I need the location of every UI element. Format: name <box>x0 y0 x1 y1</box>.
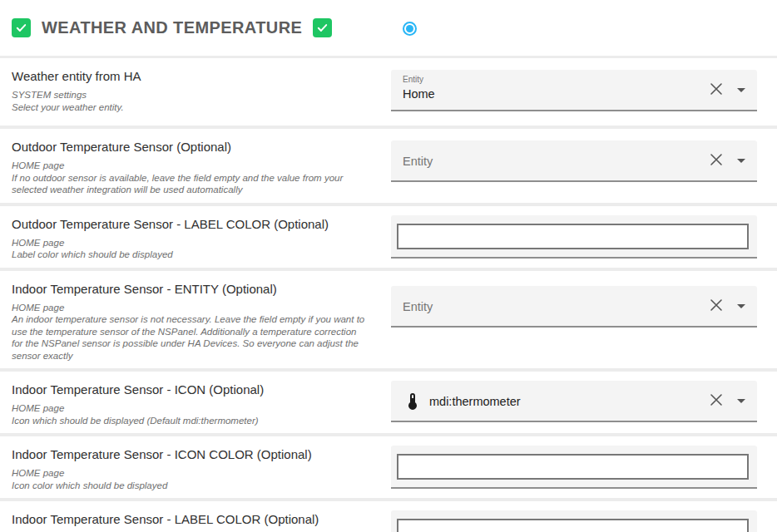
setting-subtitle: HOME page <box>12 237 368 249</box>
outdoor-label-color-input[interactable] <box>397 224 749 249</box>
clear-icon[interactable] <box>709 392 724 407</box>
setting-text: Indoor Temperature Sensor - LABEL COLOR … <box>0 501 391 532</box>
section-title: WEATHER AND TEMPERATURE <box>42 18 302 37</box>
setting-text: Outdoor Temperature Sensor (Optional) HO… <box>0 129 391 203</box>
check-icon <box>316 22 329 34</box>
setting-description: Label color which should be displayed <box>12 249 368 261</box>
setting-row: Weather entity from HA SYSTEM settings S… <box>0 58 777 126</box>
chevron-down-icon[interactable] <box>737 159 745 163</box>
config-page: WEATHER AND TEMPERATURE Weather entity f… <box>0 0 777 532</box>
setting-text: Weather entity from HA SYSTEM settings S… <box>0 58 391 126</box>
radio-dot <box>406 25 413 32</box>
setting-subtitle: HOME page <box>12 402 368 415</box>
setting-row: Outdoor Temperature Sensor - LABEL COLOR… <box>0 206 777 268</box>
outdoor-temp-entity-select[interactable]: Entity <box>391 140 757 182</box>
setting-row: Outdoor Temperature Sensor (Optional) HO… <box>0 129 777 203</box>
setting-title: Indoor Temperature Sensor - LABEL COLOR … <box>12 512 368 526</box>
input-surface <box>391 510 757 532</box>
setting-title: Indoor Temperature Sensor - ENTITY (Opti… <box>12 282 368 296</box>
setting-subtitle: HOME page <box>12 160 368 172</box>
indoor-icon-color-field <box>391 446 757 489</box>
select-value: Home <box>403 87 435 101</box>
setting-row: Indoor Temperature Sensor - ICON COLOR (… <box>0 436 777 498</box>
select-surface[interactable] <box>391 286 757 328</box>
clear-icon[interactable] <box>709 81 724 96</box>
thermometer-icon <box>403 392 423 411</box>
section-header: WEATHER AND TEMPERATURE <box>0 0 777 56</box>
clear-icon[interactable] <box>709 152 724 167</box>
indoor-icon-color-input[interactable] <box>397 454 749 480</box>
section-enabled-checkbox-right[interactable] <box>313 18 332 37</box>
outdoor-label-color-field <box>391 215 757 259</box>
setting-description: Icon which should be displayed (Default … <box>12 415 368 427</box>
chevron-down-icon[interactable] <box>737 399 745 403</box>
clear-icon[interactable] <box>709 298 724 313</box>
setting-description: Select your weather entity. <box>12 101 368 114</box>
setting-description: If no outdoor sensor is available, leave… <box>12 172 368 196</box>
select-value: mdi:thermometer <box>429 395 521 408</box>
select-placeholder: Entity <box>403 300 433 313</box>
indoor-label-color-input[interactable] <box>397 519 749 532</box>
chevron-down-icon[interactable] <box>737 304 745 308</box>
setting-title: Indoor Temperature Sensor - ICON (Option… <box>12 382 368 397</box>
indoor-label-color-field <box>391 510 757 532</box>
indoor-icon-select[interactable]: mdi:thermometer <box>391 381 757 422</box>
chevron-down-icon[interactable] <box>737 88 745 92</box>
setting-title: Indoor Temperature Sensor - ICON COLOR (… <box>12 447 368 461</box>
setting-title: Outdoor Temperature Sensor - LABEL COLOR… <box>12 217 368 231</box>
setting-text: Outdoor Temperature Sensor - LABEL COLOR… <box>0 206 391 268</box>
setting-text: Indoor Temperature Sensor - ENTITY (Opti… <box>0 271 391 369</box>
input-surface <box>391 446 757 489</box>
setting-text: Indoor Temperature Sensor - ICON (Option… <box>0 372 391 433</box>
setting-description: An indoor temperature sensor is not nece… <box>12 313 368 362</box>
setting-title: Weather entity from HA <box>12 69 368 83</box>
setting-subtitle: SYSTEM settings <box>12 89 368 101</box>
section-radio-button[interactable] <box>403 22 417 36</box>
setting-row: Indoor Temperature Sensor - LABEL COLOR … <box>0 501 777 532</box>
section-enabled-checkbox-left[interactable] <box>12 18 31 37</box>
setting-title: Outdoor Temperature Sensor (Optional) <box>12 140 368 154</box>
setting-row: Indoor Temperature Sensor - ENTITY (Opti… <box>0 271 777 369</box>
setting-text: Indoor Temperature Sensor - ICON COLOR (… <box>0 436 391 498</box>
select-placeholder: Entity <box>403 155 433 168</box>
weather-entity-select[interactable]: Entity Home <box>391 70 757 111</box>
select-surface[interactable] <box>391 70 757 111</box>
check-icon <box>15 22 27 34</box>
input-surface <box>391 215 757 259</box>
select-floating-label: Entity <box>403 75 423 84</box>
setting-subtitle: HOME page <box>12 302 368 314</box>
select-surface[interactable] <box>391 140 757 182</box>
setting-row: Indoor Temperature Sensor - ICON (Option… <box>0 372 777 433</box>
setting-description: Icon color which should be displayed <box>12 480 368 492</box>
indoor-temp-entity-select[interactable]: Entity <box>391 286 757 328</box>
setting-subtitle: HOME page <box>12 467 368 480</box>
